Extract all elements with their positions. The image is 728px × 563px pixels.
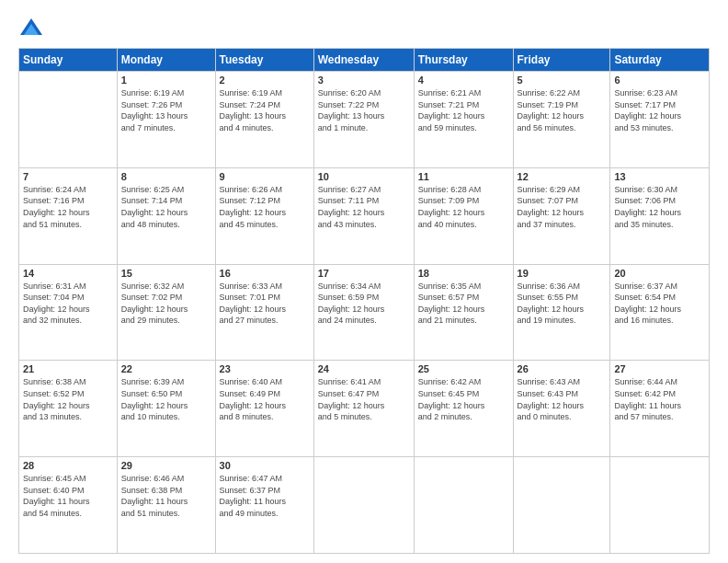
- header-sunday: Sunday: [19, 49, 118, 72]
- calendar-cell: 20Sunrise: 6:37 AM Sunset: 6:54 PM Dayli…: [610, 264, 710, 361]
- day-info: Sunrise: 6:35 AM Sunset: 6:57 PM Dayligh…: [418, 281, 509, 327]
- day-info: Sunrise: 6:33 AM Sunset: 7:01 PM Dayligh…: [220, 281, 310, 327]
- day-info: Sunrise: 6:28 AM Sunset: 7:09 PM Dayligh…: [418, 184, 509, 230]
- day-info: Sunrise: 6:32 AM Sunset: 7:02 PM Dayligh…: [121, 281, 211, 327]
- header-wednesday: Wednesday: [313, 49, 414, 72]
- day-number: 17: [318, 268, 410, 279]
- calendar-cell: 23Sunrise: 6:40 AM Sunset: 6:49 PM Dayli…: [215, 361, 313, 457]
- calendar-cell: 11Sunrise: 6:28 AM Sunset: 7:09 PM Dayli…: [414, 167, 513, 264]
- day-info: Sunrise: 6:38 AM Sunset: 6:52 PM Dayligh…: [23, 376, 113, 422]
- calendar-cell: 28Sunrise: 6:45 AM Sunset: 6:40 PM Dayli…: [19, 457, 118, 554]
- day-info: Sunrise: 6:29 AM Sunset: 7:07 PM Dayligh…: [518, 184, 607, 230]
- calendar-cell: 16Sunrise: 6:33 AM Sunset: 7:01 PM Dayli…: [215, 264, 313, 361]
- day-number: 28: [23, 460, 113, 471]
- day-number: 14: [23, 268, 113, 279]
- header-monday: Monday: [117, 49, 215, 72]
- day-number: 26: [518, 363, 607, 374]
- day-number: 29: [121, 460, 211, 471]
- week-row-0: 1Sunrise: 6:19 AM Sunset: 7:26 PM Daylig…: [19, 72, 710, 168]
- calendar-cell: 22Sunrise: 6:39 AM Sunset: 6:50 PM Dayli…: [117, 361, 215, 457]
- calendar-cell: 29Sunrise: 6:46 AM Sunset: 6:38 PM Dayli…: [117, 457, 215, 554]
- calendar-cell: 13Sunrise: 6:30 AM Sunset: 7:06 PM Dayli…: [610, 167, 710, 264]
- calendar-cell: [414, 457, 513, 554]
- calendar-cell: 14Sunrise: 6:31 AM Sunset: 7:04 PM Dayli…: [19, 264, 118, 361]
- day-info: Sunrise: 6:27 AM Sunset: 7:11 PM Dayligh…: [318, 184, 410, 230]
- day-number: 9: [220, 171, 310, 182]
- calendar-cell: [513, 457, 610, 554]
- day-info: Sunrise: 6:40 AM Sunset: 6:49 PM Dayligh…: [220, 376, 310, 422]
- day-number: 18: [418, 268, 509, 279]
- day-number: 12: [518, 171, 607, 182]
- calendar-cell: 12Sunrise: 6:29 AM Sunset: 7:07 PM Dayli…: [513, 167, 610, 264]
- calendar-cell: 30Sunrise: 6:47 AM Sunset: 6:37 PM Dayli…: [215, 457, 313, 554]
- header-thursday: Thursday: [414, 49, 513, 72]
- header-tuesday: Tuesday: [215, 49, 313, 72]
- calendar-cell: 15Sunrise: 6:32 AM Sunset: 7:02 PM Dayli…: [117, 264, 215, 361]
- calendar: SundayMondayTuesdayWednesdayThursdayFrid…: [18, 48, 710, 554]
- day-number: 21: [23, 363, 113, 374]
- day-info: Sunrise: 6:36 AM Sunset: 6:55 PM Dayligh…: [518, 281, 607, 327]
- day-number: 3: [318, 75, 410, 86]
- day-info: Sunrise: 6:37 AM Sunset: 6:54 PM Dayligh…: [614, 281, 705, 327]
- calendar-cell: 27Sunrise: 6:44 AM Sunset: 6:42 PM Dayli…: [610, 361, 710, 457]
- day-info: Sunrise: 6:47 AM Sunset: 6:37 PM Dayligh…: [220, 473, 310, 519]
- day-number: 2: [220, 75, 310, 86]
- logo: [18, 15, 50, 40]
- day-number: 1: [121, 75, 211, 86]
- calendar-cell: 3Sunrise: 6:20 AM Sunset: 7:22 PM Daylig…: [313, 72, 414, 168]
- day-number: 23: [220, 363, 310, 374]
- calendar-cell: 25Sunrise: 6:42 AM Sunset: 6:45 PM Dayli…: [414, 361, 513, 457]
- day-number: 6: [614, 75, 705, 86]
- day-info: Sunrise: 6:25 AM Sunset: 7:14 PM Dayligh…: [121, 184, 211, 230]
- day-number: 11: [418, 171, 509, 182]
- day-number: 13: [614, 171, 705, 182]
- day-number: 30: [220, 460, 310, 471]
- day-info: Sunrise: 6:43 AM Sunset: 6:43 PM Dayligh…: [518, 376, 607, 422]
- calendar-cell: [19, 72, 118, 168]
- week-row-1: 7Sunrise: 6:24 AM Sunset: 7:16 PM Daylig…: [19, 167, 710, 264]
- header-saturday: Saturday: [610, 49, 710, 72]
- day-number: 24: [318, 363, 410, 374]
- day-info: Sunrise: 6:22 AM Sunset: 7:19 PM Dayligh…: [518, 87, 607, 133]
- top-section: [18, 15, 710, 40]
- calendar-cell: 5Sunrise: 6:22 AM Sunset: 7:19 PM Daylig…: [513, 72, 610, 168]
- day-info: Sunrise: 6:42 AM Sunset: 6:45 PM Dayligh…: [418, 376, 509, 422]
- calendar-cell: 8Sunrise: 6:25 AM Sunset: 7:14 PM Daylig…: [117, 167, 215, 264]
- day-info: Sunrise: 6:44 AM Sunset: 6:42 PM Dayligh…: [614, 376, 705, 422]
- day-number: 10: [318, 171, 410, 182]
- calendar-cell: 24Sunrise: 6:41 AM Sunset: 6:47 PM Dayli…: [313, 361, 414, 457]
- week-row-2: 14Sunrise: 6:31 AM Sunset: 7:04 PM Dayli…: [19, 264, 710, 361]
- day-number: 27: [614, 363, 705, 374]
- day-info: Sunrise: 6:39 AM Sunset: 6:50 PM Dayligh…: [121, 376, 211, 422]
- calendar-cell: 2Sunrise: 6:19 AM Sunset: 7:24 PM Daylig…: [215, 72, 313, 168]
- day-info: Sunrise: 6:23 AM Sunset: 7:17 PM Dayligh…: [614, 87, 705, 133]
- day-number: 8: [121, 171, 211, 182]
- day-number: 7: [23, 171, 113, 182]
- calendar-cell: [610, 457, 710, 554]
- day-info: Sunrise: 6:19 AM Sunset: 7:26 PM Dayligh…: [121, 87, 211, 133]
- day-info: Sunrise: 6:41 AM Sunset: 6:47 PM Dayligh…: [318, 376, 410, 422]
- calendar-cell: 1Sunrise: 6:19 AM Sunset: 7:26 PM Daylig…: [117, 72, 215, 168]
- calendar-cell: 9Sunrise: 6:26 AM Sunset: 7:12 PM Daylig…: [215, 167, 313, 264]
- day-number: 22: [121, 363, 211, 374]
- day-number: 5: [518, 75, 607, 86]
- day-info: Sunrise: 6:30 AM Sunset: 7:06 PM Dayligh…: [614, 184, 705, 230]
- day-info: Sunrise: 6:24 AM Sunset: 7:16 PM Dayligh…: [23, 184, 113, 230]
- day-number: 20: [614, 268, 705, 279]
- header-row: SundayMondayTuesdayWednesdayThursdayFrid…: [19, 49, 710, 72]
- calendar-cell: 19Sunrise: 6:36 AM Sunset: 6:55 PM Dayli…: [513, 264, 610, 361]
- calendar-cell: 26Sunrise: 6:43 AM Sunset: 6:43 PM Dayli…: [513, 361, 610, 457]
- day-number: 15: [121, 268, 211, 279]
- day-number: 25: [418, 363, 509, 374]
- day-info: Sunrise: 6:19 AM Sunset: 7:24 PM Dayligh…: [220, 87, 310, 133]
- calendar-cell: 6Sunrise: 6:23 AM Sunset: 7:17 PM Daylig…: [610, 72, 710, 168]
- day-info: Sunrise: 6:34 AM Sunset: 6:59 PM Dayligh…: [318, 281, 410, 327]
- day-info: Sunrise: 6:45 AM Sunset: 6:40 PM Dayligh…: [23, 473, 113, 519]
- day-info: Sunrise: 6:20 AM Sunset: 7:22 PM Dayligh…: [318, 87, 410, 133]
- calendar-cell: 10Sunrise: 6:27 AM Sunset: 7:11 PM Dayli…: [313, 167, 414, 264]
- calendar-cell: 18Sunrise: 6:35 AM Sunset: 6:57 PM Dayli…: [414, 264, 513, 361]
- calendar-cell: [313, 457, 414, 554]
- day-number: 4: [418, 75, 509, 86]
- week-row-4: 28Sunrise: 6:45 AM Sunset: 6:40 PM Dayli…: [19, 457, 710, 554]
- calendar-cell: 17Sunrise: 6:34 AM Sunset: 6:59 PM Dayli…: [313, 264, 414, 361]
